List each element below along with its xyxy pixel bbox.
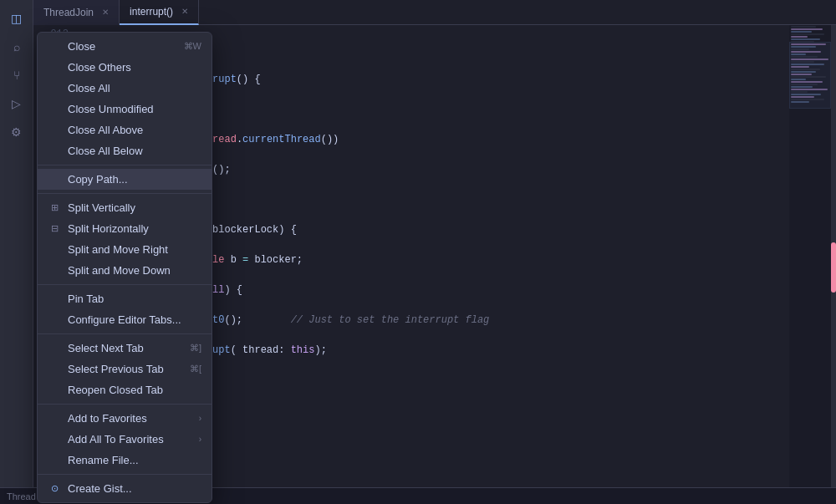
menu-label-add-to-favorites: Add to Favorites — [68, 412, 147, 425]
add-to-favorites-arrow: › — [199, 414, 201, 423]
add-all-to-favorites-arrow: › — [199, 435, 201, 444]
menu-item-add-all-to-favorites[interactable]: Add All To Favorites › — [38, 429, 212, 450]
menu-label-close-unmodified: Close Unmodified — [68, 103, 154, 115]
separator-1 — [38, 165, 212, 165]
menu-item-create-gist[interactable]: ⊙ Create Gist... — [38, 478, 212, 499]
menu-label-close-all: Close All — [68, 82, 110, 94]
separator-2 — [38, 193, 212, 194]
menu-label-close-all-above: Close All Above — [68, 124, 143, 136]
minimap — [789, 25, 831, 487]
separator-5 — [38, 404, 212, 405]
status-thread-label: Thread — [7, 491, 36, 501]
menu-item-close[interactable]: Close ⌘W — [38, 36, 212, 57]
menu-item-split-move-down[interactable]: Split and Move Down — [38, 260, 212, 281]
menu-label-close-others: Close Others — [68, 61, 131, 74]
menu-item-configure-editor-tabs[interactable]: Configure Editor Tabs... — [38, 309, 212, 330]
tab-interrupt[interactable]: interrupt() ✕ — [120, 0, 199, 25]
menu-item-close-all-above[interactable]: Close All Above — [38, 120, 212, 140]
menu-label-rename-file: Rename File... — [68, 454, 139, 466]
menu-label-select-prev-tab: Select Previous Tab — [68, 363, 164, 375]
menu-item-split-vertically[interactable]: ⊞ Split Vertically — [38, 197, 212, 218]
menu-label-close-all-below: Close All Below — [68, 145, 143, 157]
menu-label-add-all-to-favorites: Add All To Favorites — [68, 433, 164, 445]
menu-label-configure-editor-tabs: Configure Editor Tabs... — [68, 313, 181, 326]
menu-label-copy-path: Copy Path... — [68, 173, 128, 186]
tab-interrupt-close[interactable]: ✕ — [181, 7, 188, 16]
separator-6 — [38, 474, 212, 475]
menu-item-close-all-below[interactable]: Close All Below — [38, 140, 212, 161]
menu-label-split-move-right: Split and Move Right — [68, 243, 168, 256]
tab-threadjoin-close[interactable]: ✕ — [102, 8, 109, 17]
menu-item-split-horizontally[interactable]: ⊟ Split Horizontally — [38, 218, 212, 239]
menu-item-rename-file[interactable]: Rename File... — [38, 450, 212, 471]
tab-threadjoin-label: ThreadJoin — [43, 7, 94, 18]
menu-item-split-move-right[interactable]: Split and Move Right — [38, 239, 212, 260]
sidebar-icon-run[interactable]: ▷ — [5, 92, 28, 115]
sidebar-icon-debug[interactable]: ⚙ — [5, 120, 28, 144]
menu-shortcut-select-next-tab: ⌘] — [190, 343, 201, 354]
menu-label-pin-tab: Pin Tab — [68, 293, 104, 305]
separator-3 — [38, 284, 212, 285]
menu-item-pin-tab[interactable]: Pin Tab — [38, 288, 212, 309]
menu-label-reopen-closed-tab: Reopen Closed Tab — [68, 384, 163, 396]
menu-label-select-next-tab: Select Next Tab — [68, 342, 144, 354]
menu-label-split-move-down: Split and Move Down — [68, 264, 171, 277]
menu-shortcut-select-prev-tab: ⌘[ — [190, 364, 201, 374]
separator-4 — [38, 333, 212, 334]
sidebar: ◫ ⌕ ⑂ ▷ ⚙ — [0, 0, 33, 504]
menu-item-close-others[interactable]: Close Others — [38, 57, 212, 78]
menu-label-split-horizontally: Split Horizontally — [68, 222, 149, 235]
menu-item-select-next-tab[interactable]: Select Next Tab ⌘] — [38, 338, 212, 359]
tab-threadjoin[interactable]: ThreadJoin ✕ — [33, 0, 120, 25]
menu-label-create-gist: Create Gist... — [68, 482, 132, 495]
sidebar-icon-project[interactable]: ◫ — [5, 7, 28, 30]
menu-shortcut-close: ⌘W — [184, 41, 201, 52]
tab-interrupt-label: interrupt() — [130, 6, 173, 18]
scrollbar-thumb[interactable] — [831, 242, 836, 293]
split-vertically-icon: ⊞ — [48, 202, 61, 213]
scrollbar[interactable] — [831, 25, 836, 504]
menu-item-close-unmodified[interactable]: Close Unmodified — [38, 99, 212, 120]
menu-item-select-prev-tab[interactable]: Select Previous Tab ⌘[ — [38, 359, 212, 379]
context-menu: Close ⌘W Close Others Close All Close Un… — [37, 32, 212, 503]
sidebar-icon-search[interactable]: ⌕ — [5, 35, 28, 59]
menu-label-close: Close — [68, 40, 95, 53]
tab-bar: ThreadJoin ✕ interrupt() ✕ — [33, 0, 836, 25]
menu-item-close-all[interactable]: Close All — [38, 78, 212, 99]
split-horizontally-icon: ⊟ — [48, 223, 61, 234]
sidebar-icon-git[interactable]: ⑂ — [5, 64, 28, 87]
menu-item-reopen-closed-tab[interactable]: Reopen Closed Tab — [38, 379, 212, 400]
status-thread: Thread — [7, 491, 36, 501]
menu-label-split-vertically: Split Vertically — [68, 201, 135, 214]
create-gist-icon: ⊙ — [48, 483, 61, 494]
menu-item-add-to-favorites[interactable]: Add to Favorites › — [38, 408, 212, 429]
menu-item-copy-path[interactable]: Copy Path... — [38, 169, 212, 190]
